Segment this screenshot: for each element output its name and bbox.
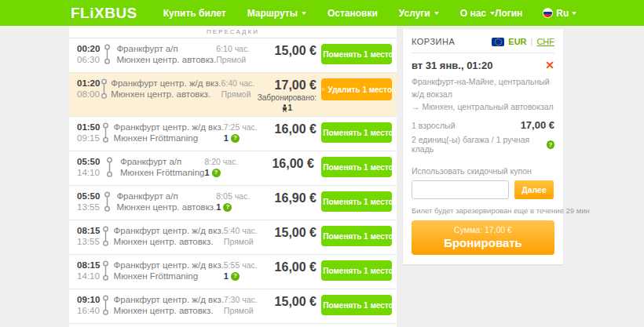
nav-about[interactable]: О нас (460, 8, 495, 19)
button-label: Поменять 1 место (323, 267, 393, 275)
nav-routes[interactable]: Маршруты (247, 8, 306, 19)
button-label: Поменять 1 место (323, 301, 393, 310)
flixbus-logo[interactable]: FLiXBUS (71, 5, 137, 22)
price-value: 16,00 € (254, 157, 314, 171)
help-icon[interactable]: ? (223, 203, 232, 212)
arrival-station: Мюнхен центр. автовкз. (116, 54, 216, 65)
trip-duration-cell: 7:25 час. 1 ? (224, 121, 265, 144)
departure-station: Франкфурт центр. ж/д вкз. (114, 122, 224, 133)
trip-stations: Франкфурт центр. ж/д вкз. Мюнхен центр. … (114, 224, 224, 247)
seat-action-button[interactable]: Поменять 1 место (321, 226, 392, 246)
arrival-station: Мюнхен центр. автовкз. (111, 89, 221, 100)
nav-stops[interactable]: Остановки (327, 8, 378, 19)
seat-action-button[interactable]: Поменять 1 место (321, 191, 392, 212)
departure-time: 01:50 (77, 122, 101, 133)
trip-price-cell: 16,00 € (265, 121, 321, 136)
trip-times: 05:50 14:10 (77, 155, 105, 178)
trip-price-cell: 16,90 € (262, 190, 321, 205)
departure-time: 01:20 (77, 78, 100, 89)
chevron-down-icon (572, 12, 576, 15)
help-icon[interactable]: ? (231, 272, 240, 281)
transfer-label: 1 (224, 271, 229, 282)
currency-separator: | (531, 37, 533, 46)
baggage-row: 2 единиц(-ы) багажа / 1 ручная кладь ? (412, 135, 554, 154)
chevron-down-icon (434, 12, 439, 15)
duration-text: 7:30 час. (224, 294, 265, 305)
eu-flag-icon (492, 38, 504, 46)
cart-item: вт 31 янв., 01:20 ✕ Франкфурт-на-Майне, … (412, 53, 554, 154)
booked-info: Забронировано: 1 (258, 93, 317, 112)
cart-item-header: вт 31 янв., 01:20 ✕ (412, 60, 554, 71)
trip-price-cell: 17,00 € Забронировано: 1 (258, 77, 321, 112)
transfer-info: Прямой (224, 305, 265, 316)
reservation-timer-note: Билет будет зарезервирован еще в течение… (412, 206, 554, 215)
nav-label: Услуги (399, 8, 430, 19)
duration-text: 7:25 час. (224, 122, 265, 133)
cart-header: КОРЗИНА EUR | CHF (412, 37, 554, 53)
transfer-label: Прямой (224, 236, 254, 247)
seat-action-button[interactable]: Поменять 1 место (321, 260, 392, 281)
trip-row: 09:10 16:40 Франкфурт центр. ж/д вкз. Мю… (69, 289, 397, 324)
button-label: Удалить 1 место (328, 85, 392, 94)
seat-action-button[interactable]: Поменять 1 место (321, 157, 392, 177)
departure-station: Франкфурт а/п (116, 191, 216, 202)
seat-action-button[interactable]: Поменять 1 место (321, 295, 392, 315)
transfer-label: 1 (224, 133, 229, 144)
coupon-submit-button[interactable]: Далее (514, 180, 554, 199)
book-button[interactable]: Сумма: 17,00 € Бронировать (412, 220, 554, 255)
currency-eur-button[interactable]: EUR (508, 37, 526, 46)
trip-price-cell: 15,00 € (265, 293, 321, 309)
trip-row: 01:50 09:15 Франкфурт центр. ж/д вкз. Мю… (69, 117, 397, 151)
top-navigation-bar: FLiXBUS Купить билет Маршруты Остановки … (0, 0, 644, 26)
arrival-station: Мюнхен центр. автовкз. (114, 305, 224, 316)
login-label: Логин (495, 8, 522, 19)
nav-buy-ticket[interactable]: Купить билет (163, 8, 226, 19)
departure-station: Франкфурт а/п (120, 156, 204, 167)
flixbus-booking-page: FLiXBUS Купить билет Маршруты Остановки … (0, 0, 644, 327)
trip-action-cell: Поменять 1 место (321, 224, 392, 246)
booked-count-value: 1 (288, 104, 293, 112)
language-label: Ru (556, 8, 569, 19)
remove-item-icon[interactable]: ✕ (545, 60, 554, 71)
trip-times: 09:10 16:40 (77, 293, 101, 316)
cart-panel: КОРЗИНА EUR | CHF вт 31 янв., 01:20 ✕ Фр… (403, 29, 563, 264)
currency-chf-link[interactable]: CHF (536, 37, 554, 46)
book-sum-label: Сумма: 17,00 € (412, 224, 554, 235)
arrival-station: Мюнхен Fröttmaning (120, 167, 204, 178)
route-stops-icon (103, 42, 116, 68)
route-to: → Мюнхен, центральный автовокзал (412, 100, 554, 113)
trip-stations: Франкфурт а/п Мюнхен центр. автовкз. (116, 190, 216, 213)
arrival-time: 14:10 (77, 271, 101, 282)
trip-price-cell: 16,00 € (265, 259, 321, 274)
departure-time: 05:50 (77, 191, 103, 202)
trip-action-cell: Удалить 1 место (321, 77, 392, 100)
transfer-info: 1 ? (224, 271, 265, 282)
trip-times: 05:50 13:55 (77, 190, 103, 213)
language-selector[interactable]: Ru (543, 8, 576, 19)
trip-stations: Франкфурт а/п Мюнхен центр. автовкз. (116, 42, 216, 65)
trip-duration-cell: 5:40 час. Прямой (224, 224, 265, 247)
seat-action-button[interactable]: Поменять 1 место (321, 122, 392, 143)
button-label: Поменять 1 место (323, 50, 393, 59)
price-value: 15,00 € (262, 44, 317, 58)
cart-icon (321, 85, 325, 94)
seat-action-button[interactable]: Удалить 1 место (321, 78, 392, 100)
help-icon[interactable]: ? (547, 140, 554, 149)
duration-text: 8:05 час. (216, 191, 262, 202)
login-button[interactable]: Логин (495, 8, 522, 19)
departure-time: 05:50 (77, 156, 105, 167)
nav-services[interactable]: Услуги (399, 8, 439, 19)
departure-station: Франкфурт а/п (116, 43, 216, 54)
seat-action-button[interactable]: Поменять 1 место (321, 44, 392, 64)
nav-label: О нас (460, 8, 486, 19)
nav-label: Остановки (327, 8, 378, 19)
coupon-input[interactable] (412, 180, 509, 199)
help-icon[interactable]: ? (212, 169, 221, 177)
duration-text: 6:10 час. (216, 43, 262, 54)
help-icon[interactable]: ? (231, 134, 240, 143)
departure-station: Франкфурт центр. ж/д вкз. (114, 225, 224, 236)
main-nav: Купить билет Маршруты Остановки Услуги О… (163, 8, 495, 19)
transfer-info: Прямой (216, 54, 262, 65)
arrival-time: 13:55 (77, 236, 101, 247)
passenger-price: 17,00 € (521, 119, 554, 131)
